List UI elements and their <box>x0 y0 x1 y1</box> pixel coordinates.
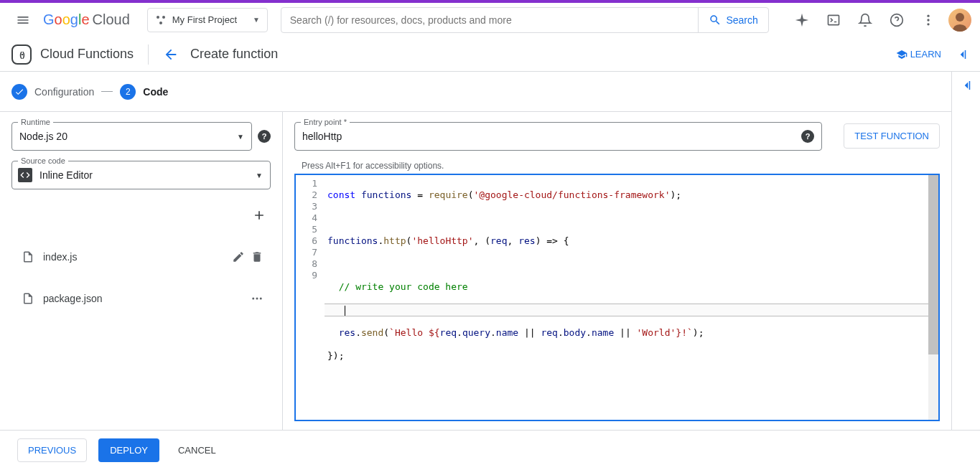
source-icon <box>18 168 32 182</box>
caret-down-icon: ▼ <box>253 16 260 24</box>
avatar[interactable] <box>948 9 971 32</box>
code-content[interactable]: const functions = require('@google-cloud… <box>325 175 938 420</box>
file-icon <box>22 292 34 305</box>
delete-file-icon[interactable] <box>251 250 263 263</box>
entry-point-label: Entry point * <box>301 118 350 126</box>
logo[interactable]: Google Cloud <box>43 11 130 28</box>
source-value: Inline Editor <box>39 169 256 181</box>
cloud-functions-icon: (··) <box>11 44 32 65</box>
svg-point-1 <box>162 16 165 19</box>
more-file-icon[interactable] <box>251 292 263 305</box>
test-function-button[interactable]: TEST FUNCTION <box>844 123 940 149</box>
sub-header: (··) Cloud Functions Create function LEA… <box>0 37 980 72</box>
stepper: Configuration 2 Code <box>0 72 951 112</box>
svg-point-0 <box>157 16 159 19</box>
product-title: Cloud Functions <box>40 47 134 62</box>
collapse-panel-icon[interactable] <box>956 48 969 61</box>
learn-icon <box>896 49 907 60</box>
top-header: Google Cloud My First Project ▼ Search <box>0 3 980 37</box>
back-arrow-icon[interactable] <box>163 47 179 62</box>
code-editor[interactable]: 123456789 const functions = require('@go… <box>294 174 940 421</box>
svg-rect-3 <box>829 15 839 24</box>
svg-point-6 <box>927 19 929 21</box>
step-1-label[interactable]: Configuration <box>34 86 94 98</box>
project-icon <box>155 14 167 26</box>
menu-icon[interactable] <box>9 6 37 34</box>
search-input[interactable] <box>281 14 699 26</box>
caret-down-icon: ▼ <box>256 171 263 179</box>
step-2-label: Code <box>143 86 168 98</box>
entry-point-value: helloHttp <box>302 131 795 142</box>
svg-point-9 <box>252 298 254 300</box>
side-panel-collapsed <box>951 72 980 430</box>
learn-link[interactable]: LEARN <box>896 49 941 60</box>
svg-point-10 <box>256 298 258 300</box>
source-label: Source code <box>18 156 68 165</box>
step-1-check-icon[interactable] <box>11 84 27 100</box>
file-item-index-js[interactable]: index.js <box>11 241 271 273</box>
a11y-hint: Press Alt+F1 for accessibility options. <box>294 158 940 174</box>
caret-down-icon: ▼ <box>237 133 244 141</box>
logo-suffix: Cloud <box>93 11 130 28</box>
search-bar[interactable]: Search <box>281 7 769 33</box>
header-actions <box>788 6 971 34</box>
entry-point-input[interactable]: Entry point * helloHttp ? <box>294 122 822 151</box>
source-code-select[interactable]: Source code Inline Editor ▼ <box>11 161 271 189</box>
file-icon <box>22 250 34 263</box>
runtime-help-icon[interactable]: ? <box>258 130 271 143</box>
expand-panel-icon[interactable] <box>960 79 973 92</box>
svg-point-5 <box>927 14 929 17</box>
search-button[interactable]: Search <box>698 8 767 32</box>
gemini-icon[interactable] <box>788 6 816 34</box>
runtime-value: Node.js 20 <box>19 131 237 142</box>
cloud-shell-icon[interactable] <box>819 6 848 34</box>
svg-point-8 <box>956 13 964 22</box>
notifications-icon[interactable] <box>851 6 879 34</box>
svg-point-7 <box>927 23 929 25</box>
add-file-button[interactable] <box>248 204 271 227</box>
page-title: Create function <box>190 47 278 62</box>
file-item-package-json[interactable]: package.json <box>11 283 271 314</box>
edit-file-icon[interactable] <box>232 250 245 263</box>
svg-point-2 <box>159 22 162 24</box>
more-icon[interactable] <box>914 6 943 34</box>
project-name: My First Project <box>172 14 247 25</box>
entry-help-icon[interactable]: ? <box>801 130 814 143</box>
file-name: index.js <box>43 251 232 263</box>
runtime-select[interactable]: Runtime Node.js 20 ▼ <box>11 122 252 151</box>
scrollbar[interactable] <box>928 175 938 420</box>
step-2-badge: 2 <box>120 84 136 100</box>
line-gutter: 123456789 <box>296 175 325 420</box>
svg-point-11 <box>260 298 262 300</box>
runtime-label: Runtime <box>18 118 53 126</box>
file-name: package.json <box>43 293 251 304</box>
project-selector[interactable]: My First Project ▼ <box>147 8 268 32</box>
search-icon <box>709 14 722 27</box>
help-icon[interactable] <box>882 6 911 34</box>
